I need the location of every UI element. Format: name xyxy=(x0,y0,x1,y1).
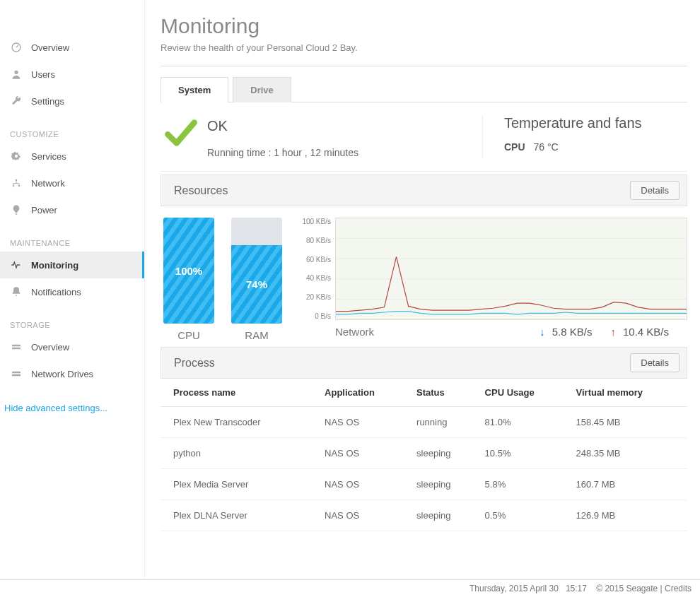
sidebar-item-label: Power xyxy=(31,205,57,215)
sidebar-header-storage: STORAGE xyxy=(0,305,144,333)
svg-rect-8 xyxy=(12,374,21,377)
page-subtitle: Review the health of your Personal Cloud… xyxy=(161,38,687,66)
sidebar-item-label: Notifications xyxy=(31,287,81,297)
drive-icon xyxy=(10,367,23,380)
user-icon xyxy=(10,68,23,81)
table-row[interactable]: pythonNAS OSsleeping10.5%248.35 MB xyxy=(161,438,687,469)
process-column-header[interactable]: Virtual memory xyxy=(571,379,687,407)
temperature-title: Temperature and fans xyxy=(504,115,680,131)
cpu-bar-fill: 100% xyxy=(163,218,214,324)
resources-details-button[interactable]: Details xyxy=(630,181,679,200)
process-table: Process nameApplicationStatusCPU UsageVi… xyxy=(161,379,687,531)
tab-drive[interactable]: Drive xyxy=(233,77,291,102)
page-title: Monitoring xyxy=(161,14,687,38)
process-details-button[interactable]: Details xyxy=(630,353,679,372)
sidebar-item-label: Network xyxy=(31,178,65,189)
cpu-bar: 100% CPU xyxy=(163,218,214,341)
svg-point-2 xyxy=(13,185,15,187)
svg-point-3 xyxy=(18,185,21,187)
running-time: Running time : 1 hour , 12 minutes xyxy=(207,134,358,158)
bell-icon xyxy=(10,285,23,298)
ram-bar: 74% RAM xyxy=(231,218,282,341)
process-column-header[interactable]: CPU Usage xyxy=(479,379,571,407)
sidebar-header-maintenance: MAINTENANCE xyxy=(0,223,144,252)
table-row[interactable]: Plex New TranscoderNAS OSrunning81.0%158… xyxy=(161,407,687,438)
power-icon xyxy=(10,203,23,216)
sidebar-item-label: Settings xyxy=(31,96,64,107)
resources-header: Resources Details xyxy=(161,175,687,206)
credits-link[interactable]: Credits xyxy=(665,584,692,593)
dashboard-icon xyxy=(10,41,23,54)
sidebar-item-monitoring[interactable]: Monitoring xyxy=(0,252,144,278)
sidebar-item-network-drives[interactable]: Network Drives xyxy=(0,360,144,387)
sidebar-item-label: Monitoring xyxy=(31,260,78,271)
svg-rect-7 xyxy=(12,372,21,374)
process-column-header[interactable]: Status xyxy=(411,379,479,407)
network-icon xyxy=(10,177,23,189)
sidebar-item-settings[interactable]: Settings xyxy=(0,88,144,114)
process-column-header[interactable]: Process name xyxy=(161,379,319,407)
tabs: SystemDrive xyxy=(161,76,687,102)
table-row[interactable]: Plex DLNA ServerNAS OSsleeping0.5%126.9 … xyxy=(161,500,687,531)
network-yticks: 100 KB/s80 KB/s60 KB/s40 KB/s20 KB/s0 B/… xyxy=(296,218,335,320)
status-ok-icon xyxy=(163,115,199,150)
footer: Thursday, 2015 April 30 15:17 © 2015 Sea… xyxy=(0,579,700,597)
download-arrow-icon: ↓ xyxy=(539,326,545,338)
sidebar-item-services[interactable]: Services xyxy=(0,143,144,170)
sidebar-item-label: Overview xyxy=(31,342,69,353)
process-header: Process Details xyxy=(161,347,687,379)
upload-value: 10.4 KB/s xyxy=(623,326,669,338)
sidebar: OverviewUsersSettings CUSTOMIZE Services… xyxy=(0,0,145,579)
svg-rect-5 xyxy=(12,345,21,347)
hide-advanced-link[interactable]: Hide advanced settings... xyxy=(0,387,144,429)
temperature-cpu: CPU76 °C xyxy=(504,131,680,153)
svg-point-1 xyxy=(14,71,18,74)
sidebar-item-users[interactable]: Users xyxy=(0,61,144,88)
network-label: Network xyxy=(335,326,539,338)
sidebar-item-notifications[interactable]: Notifications xyxy=(0,278,144,305)
table-row[interactable]: Plex Media ServerNAS OSsleeping5.8%160.7… xyxy=(161,469,687,500)
sidebar-item-label: Users xyxy=(31,69,55,80)
sidebar-item-network[interactable]: Network xyxy=(0,170,144,196)
sidebar-item-label: Overview xyxy=(31,42,69,53)
sidebar-item-label: Network Drives xyxy=(31,369,93,379)
tab-system[interactable]: System xyxy=(161,77,228,102)
gear-icon xyxy=(10,150,23,162)
sidebar-item-overview[interactable]: Overview xyxy=(0,34,144,61)
svg-rect-6 xyxy=(12,348,21,350)
download-value: 5.8 KB/s xyxy=(552,326,593,338)
wrench-icon xyxy=(10,95,23,107)
main-content: Monitoring Review the health of your Per… xyxy=(145,0,700,579)
svg-point-4 xyxy=(16,179,18,182)
sidebar-item-label: Services xyxy=(31,151,66,162)
sidebar-item-overview[interactable]: Overview xyxy=(0,333,144,360)
process-column-header[interactable]: Application xyxy=(319,379,411,407)
status-label: OK xyxy=(207,115,358,134)
drive-icon xyxy=(10,341,23,353)
network-chart xyxy=(335,218,687,320)
ram-bar-fill: 74% xyxy=(231,245,282,324)
upload-arrow-icon: ↑ xyxy=(610,326,616,338)
sidebar-header-customize: CUSTOMIZE xyxy=(0,114,144,143)
heartbeat-icon xyxy=(10,259,23,271)
sidebar-item-power[interactable]: Power xyxy=(0,196,144,223)
